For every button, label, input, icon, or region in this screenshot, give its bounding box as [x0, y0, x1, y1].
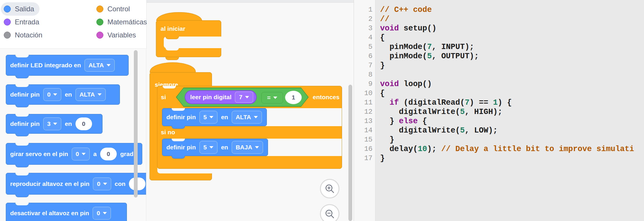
block-al-iniciar[interactable]: al iniciar	[156, 12, 222, 60]
if-label: si	[161, 94, 166, 101]
dropdown-value: 0	[97, 180, 100, 187]
category-notacion[interactable]: Notación	[1, 28, 48, 42]
block-label: en	[221, 114, 228, 121]
tinkercad-blocks-editor: Salida Control Entrada Matemáticas Notac…	[0, 0, 644, 221]
code-segment-plain: (digitalRead(	[399, 98, 465, 107]
al-iniciar-body: al iniciar	[156, 20, 221, 57]
chevron-down-icon	[209, 116, 213, 118]
zoom-in-button[interactable]	[320, 179, 339, 198]
block-dropdown[interactable]: ALTA	[84, 59, 115, 72]
code-segment-plain	[380, 98, 389, 107]
code-line: void loop()	[380, 79, 432, 89]
block-palette: definir LED integrado enALTAdefinir pin0…	[0, 49, 146, 221]
block-leer-pin-digital[interactable]: leer pin digital7	[185, 90, 257, 104]
code-segment-plain: {	[380, 89, 385, 98]
block-dropdown[interactable]: 0	[93, 177, 111, 190]
block-label: definir LED integrado en	[10, 62, 81, 69]
block-top-notch	[172, 139, 185, 141]
canvas-scrollbar[interactable]	[348, 85, 352, 221]
block-label: en	[65, 120, 72, 127]
code-line: } else {	[380, 117, 427, 126]
chevron-down-icon	[53, 93, 57, 96]
code-line: delay(10); // Delay a little bit to impr…	[380, 144, 634, 154]
chevron-down-icon	[245, 96, 249, 98]
input-value: 0	[82, 120, 85, 127]
zoom-out-button[interactable]	[320, 204, 339, 221]
pin-dropdown[interactable]: 7	[235, 92, 253, 103]
block-definir-pin-digital[interactable]: definir pin0enALTA	[6, 84, 120, 105]
line-number: 9	[355, 79, 373, 89]
code-segment-plain: delay(	[380, 145, 418, 153]
code-line: digitalWrite(5, LOW);	[380, 126, 498, 135]
block-bottom-tab	[15, 133, 29, 136]
code-segment-plain: }	[380, 117, 399, 126]
operator-dropdown[interactable]: =	[261, 92, 283, 104]
block-definir-pin-alta[interactable]: definir pin5enALTA	[162, 108, 267, 126]
code-segment-kw: void	[380, 24, 399, 33]
block-dropdown[interactable]: BAJA	[232, 141, 263, 154]
block-top-notch	[15, 143, 29, 146]
comparison-value-input[interactable]: 1	[285, 91, 302, 104]
zoom-out-icon	[324, 209, 335, 220]
category-entrada[interactable]: Entrada	[1, 15, 44, 29]
block-girar-servo[interactable]: girar servo en el pin0a0grad	[6, 143, 142, 165]
block-definir-pin-baja[interactable]: definir pin5enBAJA	[162, 139, 268, 156]
then-label: entonces	[313, 94, 339, 101]
block-bottom-tab	[15, 104, 29, 107]
code-segment-plain: loop()	[399, 80, 432, 88]
block-number-input[interactable]: 0	[75, 117, 92, 130]
code-segment-plain: }	[380, 135, 394, 144]
input-value: 1	[292, 94, 295, 101]
line-number-gutter: 1234567891011121314151617	[354, 0, 375, 221]
code-segment-num: 5	[427, 52, 432, 61]
dropdown-value: 5	[204, 144, 207, 151]
line-number: 8	[355, 70, 373, 79]
block-bottom-tab	[166, 57, 179, 60]
block-top-notch	[15, 203, 29, 205]
blocks-canvas[interactable]: al iniciarsiempresientoncessi noleer pin…	[147, 0, 354, 221]
block-dropdown[interactable]: ALTA	[75, 88, 106, 101]
block-dropdown[interactable]: 5	[199, 141, 218, 154]
block-reproducir-altavoz[interactable]: reproducir altavoz en el pin0con	[6, 173, 146, 195]
line-number: 2	[355, 15, 373, 24]
block-definir-pin-analogico[interactable]: definir pin3en0	[6, 114, 102, 134]
block-label: grad	[120, 151, 134, 157]
chevron-down-icon	[82, 153, 86, 155]
category-salida[interactable]: Salida	[1, 2, 39, 16]
block-si-entonces[interactable]: sientoncessi noleer pin digital7=1defini…	[157, 86, 342, 169]
code-line: void setup()	[380, 24, 436, 33]
block-dropdown[interactable]: 0	[72, 148, 90, 160]
c-mouth-notch	[166, 48, 179, 50]
chevron-down-icon	[53, 123, 57, 125]
block-dropdown[interactable]: 0	[93, 207, 111, 220]
block-dropdown[interactable]: 5	[199, 111, 218, 124]
code-line: pinMode(7, INPUT);	[380, 42, 474, 52]
palette-scrollbar[interactable]	[134, 50, 138, 198]
block-bottom-tab	[172, 126, 185, 129]
block-definir-led-integrado[interactable]: definir LED integrado enALTA	[6, 55, 129, 76]
block-dropdown[interactable]: 0	[43, 88, 62, 101]
input-value: 0	[107, 151, 110, 157]
block-label: definir pin	[166, 114, 196, 121]
category-variables[interactable]: Variables	[93, 28, 141, 42]
line-number: 13	[355, 117, 373, 126]
block-bottom-tab	[15, 75, 29, 78]
category-control[interactable]: Control	[93, 2, 135, 16]
line-number: 16	[355, 144, 373, 154]
block-number-input[interactable]: 0	[100, 148, 117, 160]
line-number: 10	[355, 89, 373, 98]
block-desactivar-altavoz[interactable]: desactivar el altavoz en pin0	[6, 203, 127, 221]
dropdown-value: ALTA	[80, 91, 95, 98]
zoom-in-icon	[324, 183, 335, 194]
code-segment-plain: ) {	[498, 98, 512, 107]
condition-hexagon[interactable]: leer pin digital7=1	[176, 88, 309, 107]
code-segment-plain: digitalWrite(	[380, 108, 460, 116]
code-segment-plain: {	[380, 33, 385, 42]
code-editor[interactable]: 1234567891011121314151617 // C++ code//v…	[354, 0, 644, 221]
line-number: 15	[355, 135, 373, 144]
category-matematicas[interactable]: Matemáticas	[93, 15, 152, 29]
block-dropdown[interactable]: ALTA	[232, 111, 262, 124]
category-label: Salida	[15, 5, 34, 13]
code-segment-plain: , LOW);	[465, 126, 498, 135]
block-dropdown[interactable]: 3	[43, 117, 62, 130]
